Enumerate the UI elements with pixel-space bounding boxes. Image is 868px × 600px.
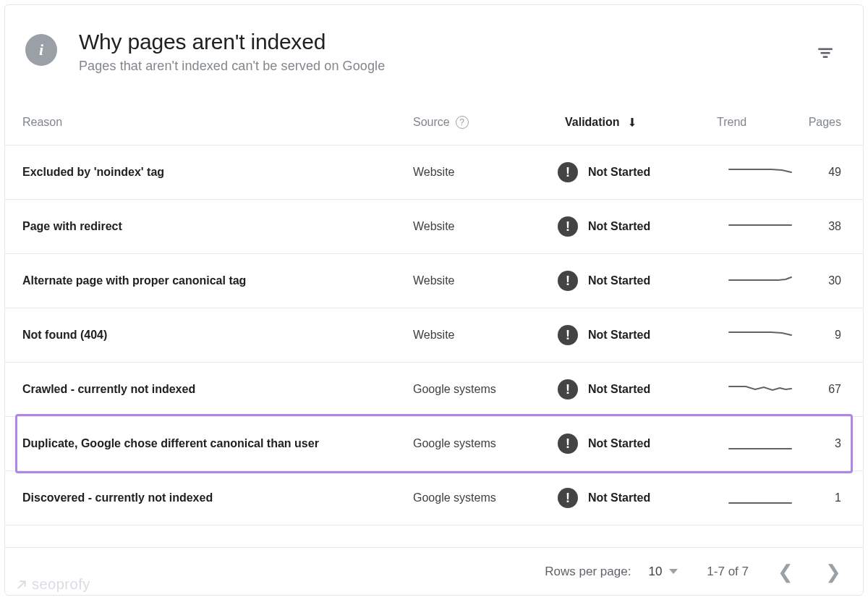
filter-button[interactable]	[809, 37, 841, 69]
validation-cell: !Not Started	[558, 271, 717, 291]
svg-rect-0	[818, 48, 833, 51]
column-header-trend[interactable]: Trend	[717, 116, 804, 129]
table-body: Excluded by 'noindex' tagWebsite!Not Sta…	[5, 145, 863, 547]
table-row[interactable]: Not found (404)Website!Not Started9	[5, 308, 863, 363]
warning-icon: !	[558, 434, 578, 454]
info-icon: i	[25, 34, 57, 66]
svg-rect-1	[821, 52, 830, 54]
rows-per-page-label: Rows per page:	[545, 565, 631, 579]
table-row[interactable]: Alternate page with proper canonical tag…	[5, 254, 863, 308]
pages-cell: 1	[835, 491, 841, 504]
sparkline-icon	[728, 217, 793, 236]
watermark: seoprofy	[16, 576, 90, 593]
trend-cell	[717, 163, 804, 182]
source-cell: Website	[413, 166, 558, 179]
warning-icon: !	[558, 271, 578, 291]
sparkline-icon	[728, 434, 793, 453]
trend-cell	[717, 271, 804, 290]
trend-cell	[717, 489, 804, 507]
table-header-row: Reason Source ? Validation Trend Pages	[5, 81, 863, 145]
column-label: Validation	[565, 116, 620, 129]
help-icon[interactable]: ?	[456, 116, 469, 129]
column-label: Reason	[22, 116, 62, 129]
source-cell: Google systems	[413, 491, 558, 504]
pages-cell: 49	[828, 166, 841, 179]
reason-cell: Alternate page with proper canonical tag	[22, 274, 413, 287]
warning-icon: !	[558, 325, 578, 345]
header-titles: Why pages aren't indexed Pages that aren…	[79, 30, 788, 74]
svg-rect-2	[823, 56, 828, 58]
pages-cell: 3	[835, 437, 841, 450]
validation-status: Not Started	[588, 437, 650, 450]
column-label: Source	[413, 116, 450, 129]
warning-icon: !	[558, 379, 578, 400]
arrow-up-right-icon	[16, 579, 27, 591]
pages-cell: 9	[835, 329, 841, 342]
pagination-nav: ❮ ❯	[778, 562, 841, 581]
reason-cell: Crawled - currently not indexed	[22, 383, 413, 396]
chevron-down-icon	[669, 569, 678, 574]
source-cell: Website	[413, 274, 558, 287]
reason-cell: Excluded by 'noindex' tag	[22, 166, 413, 179]
validation-status: Not Started	[588, 383, 650, 396]
column-header-reason[interactable]: Reason	[22, 116, 413, 129]
rows-per-page: Rows per page: 10	[545, 565, 678, 579]
validation-status: Not Started	[588, 274, 650, 287]
warning-icon: !	[558, 162, 578, 182]
column-header-validation[interactable]: Validation	[558, 116, 717, 129]
pagination-range: 1-7 of 7	[707, 565, 749, 579]
warning-icon: !	[558, 216, 578, 237]
sparkline-icon	[728, 326, 793, 345]
reason-cell: Discovered - currently not indexed	[22, 491, 413, 504]
reason-cell: Duplicate, Google chose different canoni…	[22, 437, 413, 450]
table-row[interactable]: Excluded by 'noindex' tagWebsite!Not Sta…	[5, 145, 863, 200]
source-cell: Website	[413, 329, 558, 342]
reason-cell: Page with redirect	[22, 220, 413, 233]
table-row[interactable]: Discovered - currently not indexedGoogle…	[5, 471, 863, 525]
table-footer: Rows per page: 10 1-7 of 7 ❮ ❯	[5, 547, 863, 595]
source-cell: Google systems	[413, 383, 558, 396]
rows-per-page-select[interactable]: 10	[648, 565, 678, 579]
validation-status: Not Started	[588, 329, 650, 342]
pages-cell: 67	[828, 383, 841, 396]
card-header: i Why pages aren't indexed Pages that ar…	[5, 5, 863, 81]
column-label: Pages	[809, 116, 841, 129]
reason-cell: Not found (404)	[22, 329, 413, 342]
trend-cell	[717, 434, 804, 453]
validation-status: Not Started	[588, 220, 650, 233]
validation-cell: !Not Started	[558, 488, 717, 508]
table-row[interactable]: Page with redirectWebsite!Not Started38	[5, 200, 863, 254]
sparkline-icon	[728, 380, 793, 399]
rows-per-page-value: 10	[648, 565, 662, 579]
column-header-pages[interactable]: Pages	[809, 116, 841, 129]
filter-icon	[816, 43, 835, 62]
column-label: Trend	[717, 116, 746, 129]
table-row[interactable]: Crawled - currently not indexedGoogle sy…	[5, 363, 863, 417]
sparkline-icon	[728, 489, 793, 507]
validation-status: Not Started	[588, 491, 650, 504]
source-cell: Google systems	[413, 437, 558, 450]
column-header-source[interactable]: Source ?	[413, 116, 558, 129]
trend-cell	[717, 326, 804, 345]
validation-cell: !Not Started	[558, 162, 717, 182]
pages-cell: 30	[828, 274, 841, 287]
validation-cell: !Not Started	[558, 379, 717, 400]
validation-cell: !Not Started	[558, 325, 717, 345]
source-cell: Website	[413, 220, 558, 233]
sort-desc-icon	[626, 116, 639, 129]
validation-status: Not Started	[588, 166, 650, 179]
page-subtitle: Pages that aren't indexed can't be serve…	[79, 59, 788, 74]
indexing-card: i Why pages aren't indexed Pages that ar…	[4, 4, 864, 596]
page-title: Why pages aren't indexed	[79, 30, 788, 54]
pages-cell: 38	[828, 220, 841, 233]
watermark-text: seoprofy	[32, 576, 90, 593]
sparkline-icon	[728, 163, 793, 182]
prev-page-button[interactable]: ❮	[778, 562, 793, 581]
warning-icon: !	[558, 488, 578, 508]
validation-cell: !Not Started	[558, 216, 717, 237]
sparkline-icon	[728, 271, 793, 290]
validation-cell: !Not Started	[558, 434, 717, 454]
table-row[interactable]: Duplicate, Google chose different canoni…	[5, 417, 863, 471]
next-page-button[interactable]: ❯	[825, 562, 841, 581]
trend-cell	[717, 380, 804, 399]
